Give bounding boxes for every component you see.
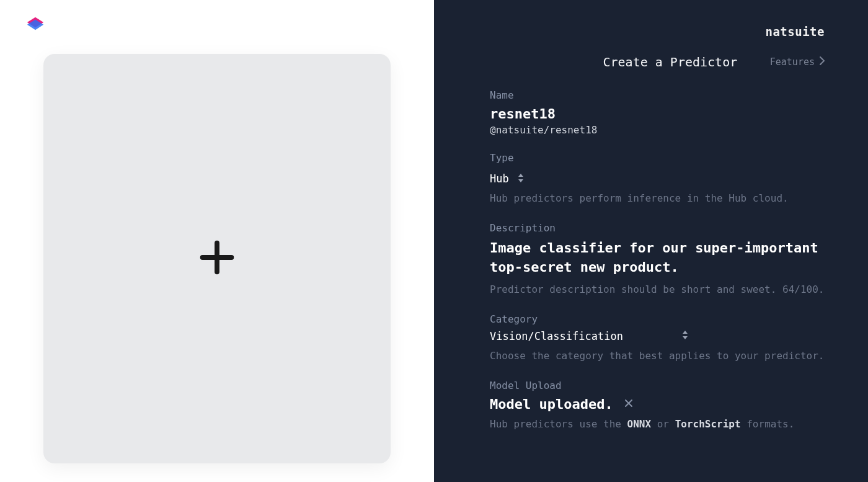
category-select[interactable]: Vision/Classification (490, 330, 688, 342)
description-label: Description (490, 222, 831, 234)
features-label: Features (770, 56, 815, 68)
description-field-group: Description Image classifier for our sup… (490, 222, 831, 297)
format-torchscript: TorchScript (675, 418, 741, 430)
description-helper: Predictor description should be short an… (490, 282, 831, 297)
updown-icon (518, 172, 524, 185)
panel-header: Create a Predictor Features (490, 55, 831, 69)
svg-marker-3 (518, 179, 523, 182)
close-icon[interactable] (624, 398, 633, 410)
upload-dropzone[interactable] (43, 54, 391, 463)
updown-icon (682, 330, 688, 342)
name-label: Name (490, 89, 831, 101)
name-input[interactable]: resnet18 (490, 106, 831, 122)
upload-status: Model uploaded. (490, 396, 613, 412)
model-upload-helper: Hub predictors use the ONNX or TorchScri… (490, 418, 831, 430)
svg-marker-2 (518, 174, 523, 177)
name-path: @natsuite/resnet18 (490, 124, 831, 136)
brand-name: natsuite (765, 25, 825, 38)
features-link[interactable]: Features (770, 56, 825, 68)
left-panel (0, 0, 434, 482)
upload-status-row: Model uploaded. (490, 396, 831, 412)
type-field-group: Type Hub Hub predictors perform inferenc… (490, 152, 831, 206)
page-title: Create a Predictor (490, 55, 770, 69)
svg-marker-5 (683, 336, 688, 339)
name-field-group: Name resnet18 @natsuite/resnet18 (490, 89, 831, 136)
type-select[interactable]: Hub (490, 172, 524, 185)
category-helper: Choose the category that best applies to… (490, 349, 831, 364)
format-onnx: ONNX (627, 418, 652, 430)
description-input[interactable]: Image classifier for our super-important… (490, 239, 831, 277)
type-value: Hub (490, 172, 509, 185)
category-label: Category (490, 313, 831, 325)
svg-marker-4 (683, 331, 688, 334)
type-label: Type (490, 152, 831, 164)
type-helper: Hub predictors perform inference in the … (490, 191, 831, 206)
category-field-group: Category Vision/Classification Choose th… (490, 313, 831, 364)
right-panel: natsuite Create a Predictor Features Nam… (434, 0, 868, 482)
category-value: Vision/Classification (490, 330, 623, 342)
plus-icon (195, 236, 239, 282)
model-upload-field-group: Model Upload Model uploaded. Hub predict… (490, 380, 831, 430)
chevron-right-icon (820, 56, 825, 68)
logo-icon (24, 14, 47, 32)
model-upload-label: Model Upload (490, 380, 831, 391)
